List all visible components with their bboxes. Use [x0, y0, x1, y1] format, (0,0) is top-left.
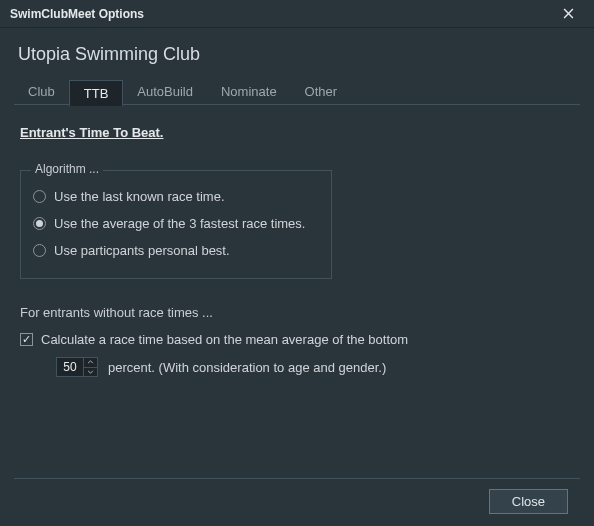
radio-label: Use particpants personal best.	[54, 243, 230, 258]
tab-club[interactable]: Club	[14, 79, 69, 105]
algorithm-fieldset: Algorithm ... Use the last known race ti…	[20, 170, 332, 279]
percent-value[interactable]: 50	[57, 358, 83, 376]
no-times-heading: For entrants without race times ...	[20, 305, 574, 320]
percent-spinner[interactable]: 50	[56, 357, 98, 377]
tab-bar: Club TTB AutoBuild Nominate Other	[14, 79, 580, 105]
spinner-buttons	[83, 358, 97, 376]
algorithm-option-personal-best[interactable]: Use particpants personal best.	[33, 237, 319, 264]
algorithm-option-average-3-fastest[interactable]: Use the average of the 3 fastest race ti…	[33, 210, 319, 237]
radio-icon	[33, 190, 46, 203]
tab-ttb[interactable]: TTB	[69, 80, 124, 106]
checkbox-icon: ✓	[20, 333, 33, 346]
percent-suffix: percent. (With consideration to age and …	[108, 360, 386, 375]
chevron-up-icon	[87, 360, 94, 364]
checkbox-label: Calculate a race time based on the mean …	[41, 332, 408, 347]
close-icon	[563, 8, 574, 19]
club-name-heading: Utopia Swimming Club	[14, 38, 580, 79]
calc-mean-checkbox-row[interactable]: ✓ Calculate a race time based on the mea…	[20, 332, 574, 347]
dialog-footer: Close	[14, 478, 580, 514]
radio-label: Use the last known race time.	[54, 189, 225, 204]
tab-content-ttb: Entrant's Time To Beat. Algorithm ... Us…	[14, 105, 580, 478]
radio-label: Use the average of the 3 fastest race ti…	[54, 216, 305, 231]
spinner-up-button[interactable]	[84, 358, 97, 368]
close-button[interactable]: Close	[489, 489, 568, 514]
ttb-heading: Entrant's Time To Beat.	[20, 125, 574, 140]
tab-nominate[interactable]: Nominate	[207, 79, 291, 105]
percent-row: 50 percent. (With consideration to age a…	[56, 357, 574, 377]
window-title: SwimClubMeet Options	[10, 7, 548, 21]
algorithm-legend: Algorithm ...	[31, 162, 103, 176]
algorithm-option-last-known[interactable]: Use the last known race time.	[33, 183, 319, 210]
chevron-down-icon	[87, 370, 94, 374]
tab-other[interactable]: Other	[291, 79, 352, 105]
radio-icon	[33, 244, 46, 257]
spinner-down-button[interactable]	[84, 368, 97, 377]
window-close-button[interactable]	[548, 0, 588, 28]
titlebar: SwimClubMeet Options	[0, 0, 594, 28]
dialog-content: Utopia Swimming Club Club TTB AutoBuild …	[0, 28, 594, 526]
radio-icon	[33, 217, 46, 230]
tab-autobuild[interactable]: AutoBuild	[123, 79, 207, 105]
